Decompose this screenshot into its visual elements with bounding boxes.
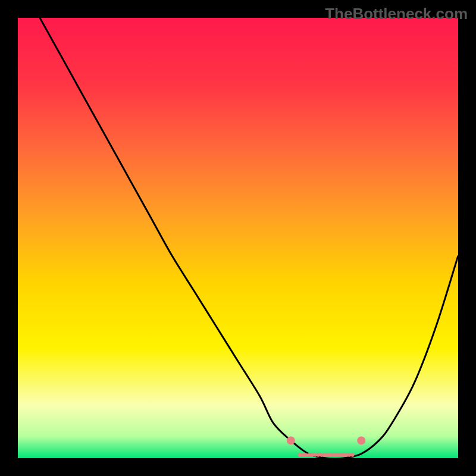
chart-svg [18,18,458,458]
watermark-text: TheBottleneck.com [325,5,468,23]
svg-point-0 [287,436,295,444]
chart-plot-area [18,18,458,458]
chart-background [18,18,458,458]
svg-point-1 [357,436,365,444]
svg-point-19 [350,453,354,456]
